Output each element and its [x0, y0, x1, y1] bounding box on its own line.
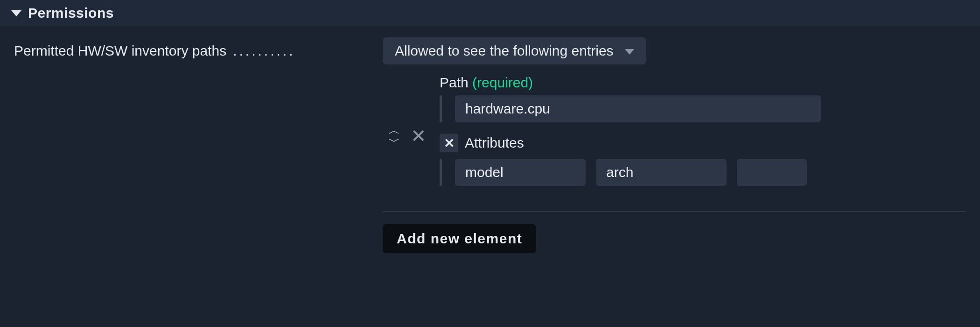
dotted-leader: ..........: [233, 43, 383, 59]
attributes-field-wrap: model arch: [440, 159, 966, 186]
chevron-down-icon: [625, 49, 634, 55]
path-label-text: Path: [440, 75, 469, 90]
section-header[interactable]: Permissions: [0, 0, 980, 26]
attributes-label: Attributes: [465, 135, 524, 151]
attributes-header: ✕ Attributes: [440, 134, 966, 152]
indent-bar: [440, 95, 442, 122]
attribute-inputs: model arch: [455, 159, 807, 186]
section-title: Permissions: [28, 5, 114, 21]
path-field-label: Path (required): [440, 75, 966, 91]
attribute-input[interactable]: model: [455, 159, 586, 186]
mode-dropdown[interactable]: Allowed to see the following entries: [383, 37, 646, 64]
path-input[interactable]: hardware.cpu: [455, 95, 821, 122]
separator: [383, 211, 966, 212]
setting-row: Permitted HW/SW inventory paths ........…: [0, 26, 980, 253]
dropdown-value: Allowed to see the following entries: [395, 43, 614, 59]
inventory-path-element: ︿ ﹀ ✕ Path (required) hardware.cpu ✕ Att…: [383, 75, 966, 197]
move-down-icon[interactable]: ﹀: [389, 137, 400, 146]
element-fields: Path (required) hardware.cpu ✕ Attribute…: [435, 75, 966, 197]
setting-label-area: Permitted HW/SW inventory paths ........…: [14, 37, 383, 59]
delete-element-icon[interactable]: ✕: [411, 125, 427, 147]
attribute-input[interactable]: arch: [596, 159, 727, 186]
collapse-triangle-icon[interactable]: [11, 10, 21, 16]
reorder-handle: ︿ ﹀: [383, 126, 406, 146]
move-up-icon[interactable]: ︿: [389, 126, 400, 135]
attribute-input[interactable]: [737, 159, 807, 186]
required-hint: (required): [472, 75, 533, 90]
remove-attributes-icon[interactable]: ✕: [440, 134, 458, 152]
add-element-button[interactable]: Add new element: [383, 224, 536, 253]
setting-label: Permitted HW/SW inventory paths: [14, 43, 226, 59]
path-field-wrap: hardware.cpu: [440, 95, 966, 122]
setting-value-area: Allowed to see the following entries ︿ ﹀…: [383, 37, 966, 253]
indent-bar: [440, 159, 442, 186]
